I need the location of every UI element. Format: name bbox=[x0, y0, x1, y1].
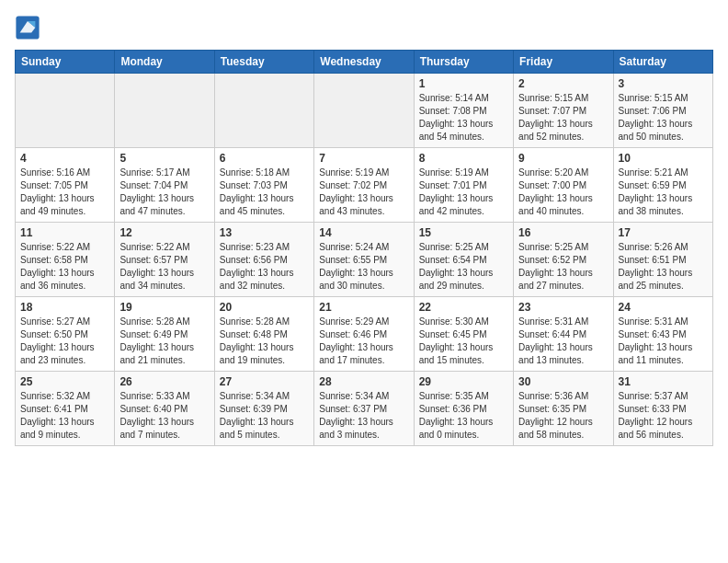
calendar-cell: 8Sunrise: 5:19 AM Sunset: 7:01 PM Daylig… bbox=[414, 148, 513, 223]
calendar-cell: 11Sunrise: 5:22 AM Sunset: 6:58 PM Dayli… bbox=[16, 223, 115, 297]
calendar-week-2: 4Sunrise: 5:16 AM Sunset: 7:05 PM Daylig… bbox=[16, 148, 713, 223]
day-number: 25 bbox=[20, 375, 109, 388]
page-header bbox=[15, 15, 713, 40]
calendar-header-row: SundayMondayTuesdayWednesdayThursdayFrid… bbox=[16, 51, 713, 74]
day-info: Sunrise: 5:31 AM Sunset: 6:43 PM Dayligh… bbox=[619, 316, 708, 367]
calendar-cell: 21Sunrise: 5:29 AM Sunset: 6:46 PM Dayli… bbox=[314, 297, 414, 372]
day-number: 4 bbox=[20, 152, 109, 165]
calendar-cell bbox=[314, 74, 414, 148]
day-number: 3 bbox=[619, 77, 708, 90]
day-number: 31 bbox=[619, 375, 708, 388]
day-number: 11 bbox=[20, 226, 109, 239]
day-number: 8 bbox=[419, 152, 508, 165]
calendar-cell: 23Sunrise: 5:31 AM Sunset: 6:44 PM Dayli… bbox=[514, 297, 613, 372]
calendar-cell: 20Sunrise: 5:28 AM Sunset: 6:48 PM Dayli… bbox=[214, 297, 313, 372]
day-info: Sunrise: 5:19 AM Sunset: 7:02 PM Dayligh… bbox=[319, 167, 408, 218]
calendar-week-4: 18Sunrise: 5:27 AM Sunset: 6:50 PM Dayli… bbox=[16, 297, 713, 372]
calendar-cell bbox=[214, 74, 313, 148]
calendar-cell: 13Sunrise: 5:23 AM Sunset: 6:56 PM Dayli… bbox=[214, 223, 313, 297]
day-info: Sunrise: 5:34 AM Sunset: 6:39 PM Dayligh… bbox=[220, 390, 309, 442]
day-info: Sunrise: 5:17 AM Sunset: 7:04 PM Dayligh… bbox=[119, 167, 209, 218]
day-info: Sunrise: 5:26 AM Sunset: 6:51 PM Dayligh… bbox=[619, 241, 708, 293]
day-info: Sunrise: 5:31 AM Sunset: 6:44 PM Dayligh… bbox=[518, 316, 608, 367]
calendar-cell: 14Sunrise: 5:24 AM Sunset: 6:55 PM Dayli… bbox=[314, 223, 414, 297]
day-info: Sunrise: 5:25 AM Sunset: 6:54 PM Dayligh… bbox=[419, 241, 508, 293]
day-number: 28 bbox=[319, 375, 408, 388]
calendar-cell: 16Sunrise: 5:25 AM Sunset: 6:52 PM Dayli… bbox=[514, 223, 613, 297]
calendar-cell bbox=[115, 74, 214, 148]
day-info: Sunrise: 5:29 AM Sunset: 6:46 PM Dayligh… bbox=[319, 316, 408, 367]
calendar-cell: 18Sunrise: 5:27 AM Sunset: 6:50 PM Dayli… bbox=[16, 297, 115, 372]
day-header-friday: Friday bbox=[514, 51, 613, 74]
calendar-cell: 7Sunrise: 5:19 AM Sunset: 7:02 PM Daylig… bbox=[314, 148, 414, 223]
calendar-cell: 27Sunrise: 5:34 AM Sunset: 6:39 PM Dayli… bbox=[214, 372, 313, 446]
calendar-cell: 3Sunrise: 5:15 AM Sunset: 7:06 PM Daylig… bbox=[613, 74, 712, 148]
day-number: 9 bbox=[518, 152, 608, 165]
calendar: SundayMondayTuesdayWednesdayThursdayFrid… bbox=[15, 50, 713, 446]
day-header-saturday: Saturday bbox=[613, 51, 712, 74]
day-number: 16 bbox=[518, 226, 608, 239]
day-number: 19 bbox=[119, 301, 209, 314]
day-number: 1 bbox=[419, 77, 508, 90]
day-number: 22 bbox=[419, 301, 508, 314]
logo-icon bbox=[15, 15, 40, 40]
calendar-cell: 24Sunrise: 5:31 AM Sunset: 6:43 PM Dayli… bbox=[613, 297, 712, 372]
day-number: 27 bbox=[220, 375, 309, 388]
day-header-thursday: Thursday bbox=[414, 51, 513, 74]
day-info: Sunrise: 5:18 AM Sunset: 7:03 PM Dayligh… bbox=[220, 167, 309, 218]
calendar-cell: 4Sunrise: 5:16 AM Sunset: 7:05 PM Daylig… bbox=[16, 148, 115, 223]
day-info: Sunrise: 5:14 AM Sunset: 7:08 PM Dayligh… bbox=[419, 92, 508, 144]
calendar-cell: 17Sunrise: 5:26 AM Sunset: 6:51 PM Dayli… bbox=[613, 223, 712, 297]
calendar-cell: 12Sunrise: 5:22 AM Sunset: 6:57 PM Dayli… bbox=[115, 223, 214, 297]
day-info: Sunrise: 5:28 AM Sunset: 6:48 PM Dayligh… bbox=[220, 316, 309, 367]
day-number: 13 bbox=[220, 226, 309, 239]
day-header-monday: Monday bbox=[115, 51, 214, 74]
logo bbox=[15, 15, 44, 40]
day-number: 12 bbox=[119, 226, 209, 239]
day-info: Sunrise: 5:28 AM Sunset: 6:49 PM Dayligh… bbox=[119, 316, 209, 367]
day-number: 10 bbox=[619, 152, 708, 165]
calendar-cell: 28Sunrise: 5:34 AM Sunset: 6:37 PM Dayli… bbox=[314, 372, 414, 446]
day-info: Sunrise: 5:16 AM Sunset: 7:05 PM Dayligh… bbox=[20, 167, 109, 218]
day-number: 6 bbox=[220, 152, 309, 165]
day-info: Sunrise: 5:22 AM Sunset: 6:57 PM Dayligh… bbox=[119, 241, 209, 293]
day-number: 29 bbox=[419, 375, 508, 388]
calendar-cell: 22Sunrise: 5:30 AM Sunset: 6:45 PM Dayli… bbox=[414, 297, 513, 372]
day-number: 17 bbox=[619, 226, 708, 239]
day-info: Sunrise: 5:36 AM Sunset: 6:35 PM Dayligh… bbox=[518, 390, 608, 442]
day-number: 21 bbox=[319, 301, 408, 314]
calendar-cell: 30Sunrise: 5:36 AM Sunset: 6:35 PM Dayli… bbox=[514, 372, 613, 446]
calendar-week-5: 25Sunrise: 5:32 AM Sunset: 6:41 PM Dayli… bbox=[16, 372, 713, 446]
day-number: 14 bbox=[319, 226, 408, 239]
day-header-wednesday: Wednesday bbox=[314, 51, 414, 74]
day-info: Sunrise: 5:22 AM Sunset: 6:58 PM Dayligh… bbox=[20, 241, 109, 293]
calendar-cell: 26Sunrise: 5:33 AM Sunset: 6:40 PM Dayli… bbox=[115, 372, 214, 446]
day-info: Sunrise: 5:30 AM Sunset: 6:45 PM Dayligh… bbox=[419, 316, 508, 367]
calendar-cell: 15Sunrise: 5:25 AM Sunset: 6:54 PM Dayli… bbox=[414, 223, 513, 297]
day-info: Sunrise: 5:21 AM Sunset: 6:59 PM Dayligh… bbox=[619, 167, 708, 218]
day-info: Sunrise: 5:27 AM Sunset: 6:50 PM Dayligh… bbox=[20, 316, 109, 367]
calendar-cell: 6Sunrise: 5:18 AM Sunset: 7:03 PM Daylig… bbox=[214, 148, 313, 223]
calendar-cell: 25Sunrise: 5:32 AM Sunset: 6:41 PM Dayli… bbox=[16, 372, 115, 446]
day-info: Sunrise: 5:32 AM Sunset: 6:41 PM Dayligh… bbox=[20, 390, 109, 442]
calendar-cell: 29Sunrise: 5:35 AM Sunset: 6:36 PM Dayli… bbox=[414, 372, 513, 446]
day-info: Sunrise: 5:23 AM Sunset: 6:56 PM Dayligh… bbox=[220, 241, 309, 293]
calendar-cell: 19Sunrise: 5:28 AM Sunset: 6:49 PM Dayli… bbox=[115, 297, 214, 372]
calendar-cell bbox=[16, 74, 115, 148]
day-info: Sunrise: 5:19 AM Sunset: 7:01 PM Dayligh… bbox=[419, 167, 508, 218]
day-number: 2 bbox=[518, 77, 608, 90]
day-number: 20 bbox=[220, 301, 309, 314]
calendar-week-1: 1Sunrise: 5:14 AM Sunset: 7:08 PM Daylig… bbox=[16, 74, 713, 148]
calendar-cell: 9Sunrise: 5:20 AM Sunset: 7:00 PM Daylig… bbox=[514, 148, 613, 223]
calendar-cell: 31Sunrise: 5:37 AM Sunset: 6:33 PM Dayli… bbox=[613, 372, 712, 446]
day-number: 24 bbox=[619, 301, 708, 314]
day-number: 26 bbox=[119, 375, 209, 388]
day-number: 30 bbox=[518, 375, 608, 388]
day-number: 7 bbox=[319, 152, 408, 165]
day-number: 15 bbox=[419, 226, 508, 239]
calendar-cell: 2Sunrise: 5:15 AM Sunset: 7:07 PM Daylig… bbox=[514, 74, 613, 148]
calendar-week-3: 11Sunrise: 5:22 AM Sunset: 6:58 PM Dayli… bbox=[16, 223, 713, 297]
day-info: Sunrise: 5:15 AM Sunset: 7:07 PM Dayligh… bbox=[518, 92, 608, 144]
calendar-cell: 5Sunrise: 5:17 AM Sunset: 7:04 PM Daylig… bbox=[115, 148, 214, 223]
day-header-tuesday: Tuesday bbox=[214, 51, 313, 74]
